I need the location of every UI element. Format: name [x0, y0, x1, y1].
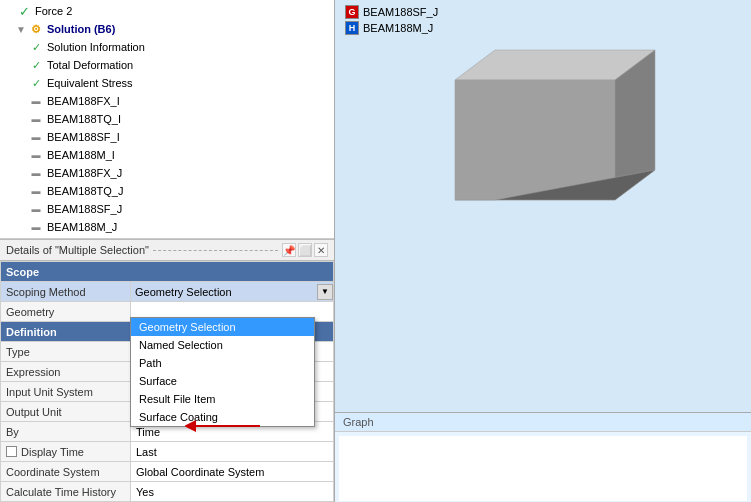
deformation-icon: ✓: [28, 57, 44, 73]
tree-item-label: BEAM188FX_I: [47, 95, 120, 107]
row-calc-history: Calculate Time History Yes: [1, 482, 334, 502]
details-panel: Details of "Multiple Selection" 📌 ⬜ ✕ Sc…: [0, 239, 334, 502]
tree-item-label: Solution (B6): [47, 23, 115, 35]
coord-system-value: Global Coordinate System: [131, 462, 334, 482]
tree-item-label: Solution Information: [47, 41, 145, 53]
tree-item-label: BEAM188M_I: [47, 149, 115, 161]
tree-item-total-deformation[interactable]: ✓ Total Deformation: [0, 56, 334, 74]
left-panel: ✓ Force 2 ▼ ⚙ Solution (B6) ✓ Solution I…: [0, 0, 335, 502]
beam-icon: ▬: [28, 219, 44, 235]
3d-viewport: [395, 40, 715, 240]
tree-item-beam-m-i[interactable]: ▬ BEAM188M_I: [0, 146, 334, 164]
input-unit-label: Input Unit System: [1, 382, 131, 402]
dropdown-option-result-file-item[interactable]: Result File Item: [131, 390, 314, 408]
beam-icon: ▬: [28, 93, 44, 109]
solution-icon: ⚙: [28, 21, 44, 37]
dropdown-arrow[interactable]: ▼: [317, 284, 333, 300]
info-icon: ✓: [28, 39, 44, 55]
tree-item-label: BEAM188FX_J: [47, 167, 122, 179]
close-button[interactable]: ✕: [314, 243, 328, 257]
display-time-label: Display Time: [1, 442, 131, 462]
tree-item-label: Total Deformation: [47, 59, 133, 71]
beam-icon: ▬: [28, 111, 44, 127]
tree-item-beam-sf-j[interactable]: ▬ BEAM188SF_J: [0, 200, 334, 218]
titlebar-controls: 📌 ⬜ ✕: [282, 243, 328, 257]
by-label: By: [1, 422, 131, 442]
tree-item-beam-sf-i[interactable]: ▬ BEAM188SF_I: [0, 128, 334, 146]
legend-color-red: G: [345, 5, 359, 19]
tree-item-equiv-stress[interactable]: ✓ Equivalent Stress: [0, 74, 334, 92]
calc-history-value: Yes: [131, 482, 334, 502]
dropdown-option-surface[interactable]: Surface: [131, 372, 314, 390]
tree-item-beam-fx-i[interactable]: ▬ BEAM188FX_I: [0, 92, 334, 110]
beam-icon: ▬: [28, 147, 44, 163]
right-panel: G BEAM188SF_J H BEAM188M_J Graph: [335, 0, 751, 502]
type-label: Type: [1, 342, 131, 362]
tree-item-label: Force 2: [35, 5, 72, 17]
3d-box-svg: [395, 40, 715, 240]
tree-item-label: Equivalent Stress: [47, 77, 133, 89]
section-scope: Scope: [1, 262, 334, 282]
legend-color-blue: H: [345, 21, 359, 35]
scoping-method-value[interactable]: Geometry Selection ▼: [131, 282, 334, 302]
beam-icon: ▬: [28, 165, 44, 181]
graph-title: Graph: [335, 413, 751, 432]
scope-header: Scope: [1, 262, 334, 282]
geometry-label: Geometry: [1, 302, 131, 322]
details-titlebar: Details of "Multiple Selection" 📌 ⬜ ✕: [0, 239, 334, 261]
display-time-value: Last: [131, 442, 334, 462]
display-time-cb-cell: Display Time: [6, 446, 125, 458]
graph-body: [339, 436, 747, 501]
output-unit-label: Output Unit: [1, 402, 131, 422]
beam-icon: ▬: [28, 201, 44, 217]
tree-item-label: BEAM188TQ_I: [47, 113, 121, 125]
tree-area: ✓ Force 2 ▼ ⚙ Solution (B6) ✓ Solution I…: [0, 0, 334, 239]
stress-icon: ✓: [28, 75, 44, 91]
tree-item-solution[interactable]: ▼ ⚙ Solution (B6): [0, 20, 334, 38]
beam-icon: ▬: [28, 129, 44, 145]
legend-label-1: BEAM188M_J: [363, 22, 433, 34]
force2-icon: ✓: [16, 3, 32, 19]
calc-history-label: Calculate Time History: [1, 482, 131, 502]
scoping-method-text: Geometry Selection: [131, 284, 317, 300]
scoping-dropdown-popup: Geometry Selection Named Selection Path …: [130, 317, 315, 427]
legend-label-0: BEAM188SF_J: [363, 6, 438, 18]
dropdown-option-surface-coating[interactable]: Surface Coating: [131, 408, 314, 426]
solution-expand-icon: ▼: [16, 24, 26, 35]
tree-item-solution-info[interactable]: ✓ Solution Information: [0, 38, 334, 56]
tree-item-label: BEAM188TQ_J: [47, 185, 123, 197]
dropdown-option-path[interactable]: Path: [131, 354, 314, 372]
details-title: Details of "Multiple Selection": [6, 244, 149, 256]
dropdown-option-geometry-selection[interactable]: Geometry Selection: [131, 318, 314, 336]
details-body: Scope Scoping Method Geometry Selection …: [0, 261, 334, 502]
legend-item-0: G BEAM188SF_J: [345, 5, 438, 19]
dots-separator: [153, 250, 278, 251]
legend-area: G BEAM188SF_J H BEAM188M_J: [345, 5, 438, 35]
row-scoping-method: Scoping Method Geometry Selection ▼: [1, 282, 334, 302]
dropdown-option-named-selection[interactable]: Named Selection: [131, 336, 314, 354]
scoping-method-dropdown[interactable]: Geometry Selection ▼: [131, 284, 333, 300]
row-coord-system: Coordinate System Global Coordinate Syst…: [1, 462, 334, 482]
tree-item-beam-m-j[interactable]: ▬ BEAM188M_J: [0, 218, 334, 236]
pin-button[interactable]: 📌: [282, 243, 296, 257]
tree-item-force2[interactable]: ✓ Force 2: [0, 2, 334, 20]
beam-icon: ▬: [28, 183, 44, 199]
tree-item-label: BEAM188SF_J: [47, 203, 122, 215]
expression-label: Expression: [1, 362, 131, 382]
tree-item-beam-tq-j[interactable]: ▬ BEAM188TQ_J: [0, 182, 334, 200]
tree-item-label: BEAM188M_J: [47, 221, 117, 233]
tree-item-beam-tq-i[interactable]: ▬ BEAM188TQ_I: [0, 110, 334, 128]
graph-section: Graph: [335, 412, 751, 502]
scoping-method-label: Scoping Method: [1, 282, 131, 302]
tree-item-beam-fx-j[interactable]: ▬ BEAM188FX_J: [0, 164, 334, 182]
display-time-text: Display Time: [21, 446, 84, 458]
coord-system-label: Coordinate System: [1, 462, 131, 482]
row-display-time: Display Time Last: [1, 442, 334, 462]
tree-item-label: BEAM188SF_I: [47, 131, 120, 143]
expand-button[interactable]: ⬜: [298, 243, 312, 257]
display-time-checkbox[interactable]: [6, 446, 17, 457]
legend-item-1: H BEAM188M_J: [345, 21, 438, 35]
